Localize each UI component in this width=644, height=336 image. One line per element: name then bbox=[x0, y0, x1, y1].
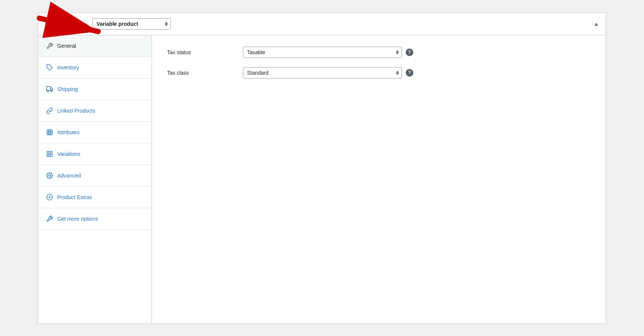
wrench-icon bbox=[46, 42, 53, 50]
svg-rect-14 bbox=[50, 154, 52, 156]
sidebar-item-shipping-label: Shipping bbox=[57, 86, 78, 92]
tax-status-control: Taxable Shipping only None ? bbox=[243, 47, 413, 58]
tax-status-select[interactable]: Taxable Shipping only None bbox=[243, 47, 402, 58]
sidebar-item-shipping[interactable]: Shipping bbox=[38, 79, 152, 100]
sidebar-item-linked-products-label: Linked Products bbox=[57, 108, 95, 114]
link-icon bbox=[46, 107, 53, 115]
sidebar-item-get-more-options[interactable]: Get more options bbox=[38, 208, 152, 230]
tax-class-row: Tax class Standard Reduced rate Zero rat… bbox=[167, 67, 591, 79]
svg-point-6 bbox=[51, 90, 52, 92]
sidebar-item-product-extras-label: Product Extras bbox=[57, 194, 92, 200]
svg-marker-4 bbox=[51, 88, 53, 90]
sidebar-item-variations[interactable]: Variations bbox=[38, 143, 152, 165]
gear-icon bbox=[46, 172, 53, 179]
product-type-select[interactable]: Variable product Simple product Grouped … bbox=[92, 18, 171, 30]
tax-class-select[interactable]: Standard Reduced rate Zero rate bbox=[243, 67, 402, 79]
svg-rect-7 bbox=[47, 130, 52, 135]
tax-status-row: Tax status Taxable Shipping only None bbox=[167, 47, 591, 58]
sidebar-item-attributes[interactable]: Attributes bbox=[38, 122, 152, 143]
tax-class-control: Standard Reduced rate Zero rate ? bbox=[243, 67, 413, 79]
tax-class-select-wrapper: Standard Reduced rate Zero rate bbox=[243, 67, 402, 79]
truck-icon bbox=[46, 85, 53, 93]
sidebar-item-advanced-label: Advanced bbox=[57, 173, 81, 179]
tax-class-help-icon[interactable]: ? bbox=[406, 69, 413, 77]
sidebar-item-general[interactable]: General bbox=[38, 35, 152, 57]
tax-status-select-wrapper: Taxable Shipping only None bbox=[243, 47, 402, 58]
svg-rect-13 bbox=[50, 151, 52, 153]
sidebar-item-linked-products[interactable]: Linked Products bbox=[38, 100, 152, 122]
panel-collapse-button[interactable]: ▲ bbox=[594, 21, 599, 27]
product-data-panel: Product data — Variable product Simple p… bbox=[38, 13, 606, 324]
svg-rect-12 bbox=[47, 151, 49, 153]
svg-point-5 bbox=[47, 90, 48, 92]
sidebar-item-advanced[interactable]: Advanced bbox=[38, 165, 152, 187]
tax-status-label: Tax status bbox=[167, 49, 243, 55]
sidebar-item-inventory-label: Inventory bbox=[57, 64, 79, 71]
grid-icon bbox=[46, 150, 53, 158]
panel-header: Product data — Variable product Simple p… bbox=[38, 13, 606, 35]
star-icon bbox=[46, 215, 53, 223]
table-icon bbox=[46, 129, 53, 136]
tax-status-help-icon[interactable]: ? bbox=[406, 49, 413, 56]
panel-title: Product data — bbox=[45, 20, 87, 27]
sidebar-item-variations-label: Variations bbox=[57, 151, 80, 157]
sidebar-item-general-label: General bbox=[57, 43, 76, 49]
svg-point-16 bbox=[49, 174, 51, 176]
tag-icon bbox=[46, 64, 53, 71]
sidebar-item-attributes-label: Attributes bbox=[57, 129, 80, 135]
product-type-wrapper: Variable product Simple product Grouped … bbox=[92, 18, 171, 30]
main-content: Tax status Taxable Shipping only None bbox=[152, 35, 606, 323]
plus-circle-icon bbox=[46, 193, 53, 201]
svg-rect-15 bbox=[47, 154, 49, 156]
sidebar-item-get-more-options-label: Get more options bbox=[57, 216, 98, 222]
sidebar-item-inventory[interactable]: Inventory bbox=[38, 57, 152, 79]
panel-body: General Inventory bbox=[38, 35, 606, 323]
sidebar-item-product-extras[interactable]: Product Extras bbox=[38, 187, 152, 208]
sidebar: General Inventory bbox=[38, 35, 152, 323]
svg-rect-3 bbox=[47, 86, 51, 90]
tax-class-label: Tax class bbox=[167, 70, 243, 76]
